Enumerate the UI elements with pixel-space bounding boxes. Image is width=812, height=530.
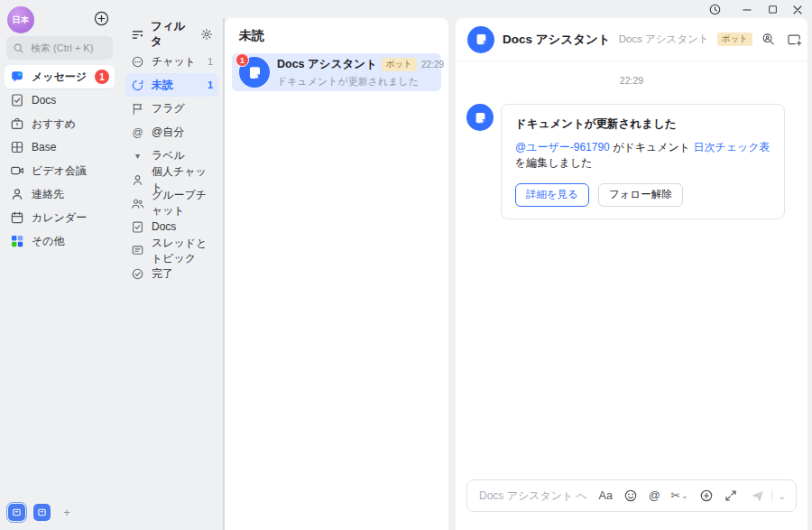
flag-icon (131, 102, 144, 116)
thread-topic-icon (131, 244, 144, 257)
chat-list-panel: 未読 1 Docs アシスタント ボット 22:29 ドキュメントが更新されまし… (225, 18, 448, 530)
text-format-icon[interactable]: Aa (599, 490, 613, 502)
history-icon[interactable] (702, 0, 727, 19)
docs-file-icon (131, 220, 144, 234)
filter-item-label: スレッドとトピック (152, 236, 213, 266)
workspace-add-button[interactable]: + (59, 505, 75, 521)
workspace-switcher: + (8, 504, 75, 521)
unread-count-badge: 1 (235, 53, 249, 67)
unfollow-button[interactable]: フォロー解除 (598, 183, 683, 207)
more-apps-icon (10, 234, 24, 248)
base-grid-icon (10, 140, 24, 154)
body-text: がドキュメント (610, 141, 694, 153)
filter-item-label: @自分 (152, 125, 184, 140)
chat-header-actions (761, 32, 812, 48)
chevron-down-icon: ▾ (131, 149, 144, 163)
filter-item-threads-topics[interactable]: スレッドとトピック (125, 239, 218, 263)
filter-icon (131, 28, 144, 42)
sidebar-item-label: メッセージ (32, 70, 87, 85)
message-sender-avatar[interactable] (466, 104, 494, 131)
filter-item-label: ラベル (152, 148, 185, 163)
at-mention-icon: @ (131, 126, 144, 139)
filter-settings-gear-icon[interactable] (200, 28, 213, 41)
calendar-icon (10, 210, 24, 225)
sidebar-item-label: ビデオ会議 (32, 163, 87, 179)
notification-card: ドキュメントが更新されました @ユーザー-961790 がドキュメント 日次チェ… (501, 104, 785, 219)
user-avatar[interactable]: 日本 (7, 6, 34, 33)
sidebar-item-label: 連絡先 (32, 187, 64, 202)
search-member-icon[interactable] (761, 32, 777, 48)
close-button[interactable] (785, 0, 810, 19)
check-circle-icon (131, 267, 144, 281)
filter-item-unread[interactable]: 未読 1 (125, 73, 218, 97)
add-plus-icon[interactable] (93, 10, 111, 28)
send-options-chevron-icon[interactable]: ⌄ (779, 491, 786, 501)
docs-icon (10, 93, 24, 107)
chat-title: Docs アシスタント (503, 32, 611, 48)
filter-item-mentions[interactable]: @ @自分 (125, 121, 218, 144)
document-link[interactable]: 日次チェック表 (693, 141, 770, 153)
mention-icon[interactable]: @ (649, 490, 660, 502)
briefcase-icon (10, 116, 24, 131)
sidebar-item-docs[interactable]: Docs (5, 88, 115, 112)
minimize-button[interactable] (734, 0, 760, 19)
sidebar-item-label: Docs (32, 94, 56, 107)
sidebar-item-label: その他 (32, 234, 65, 249)
bot-tag: ボット (382, 58, 417, 71)
search-icon (13, 42, 24, 54)
attach-plus-icon[interactable] (699, 488, 714, 503)
maximize-button[interactable] (760, 0, 785, 19)
workspace-badge-2[interactable] (33, 504, 51, 521)
sidebar-item-base[interactable]: Base (5, 135, 115, 159)
divider (771, 489, 772, 502)
sidebar-item-more[interactable]: その他 (5, 229, 115, 253)
chat-subtitle: Docs アシスタント (619, 33, 709, 46)
sidebar-item-label: おすすめ (32, 116, 76, 132)
window-controls (702, 0, 810, 19)
filter-item-done[interactable]: 完了 (125, 263, 218, 286)
sidebar-item-label: Base (32, 141, 56, 153)
filter-item-label: チャット (152, 54, 196, 70)
sidebar-item-contacts[interactable]: 連絡先 (5, 182, 115, 206)
send-group: ⌄ (750, 488, 786, 504)
sidebar-item-video-meeting[interactable]: ビデオ会議 (5, 159, 115, 182)
filter-item-flagged[interactable]: フラグ (125, 97, 218, 120)
filter-header: フィルタ (125, 24, 218, 44)
filter-item-chats[interactable]: チャット 1 (125, 50, 218, 73)
screen-share-add-icon[interactable] (787, 32, 803, 48)
global-search[interactable] (6, 36, 113, 60)
chat-header-avatar[interactable] (467, 26, 494, 53)
message-composer[interactable]: Aa @ ✂⌄ ⌄ (466, 479, 797, 512)
sidebar-item-calendar[interactable]: カレンダー (5, 206, 115, 229)
sidebar-item-messages[interactable]: メッセージ 1 (5, 65, 115, 88)
message-row: ドキュメントが更新されました @ユーザー-961790 がドキュメント 日次チェ… (466, 104, 785, 219)
message-time-divider: 22:29 (456, 75, 807, 86)
chat-bubble-icon (10, 70, 24, 84)
emoji-icon[interactable] (623, 488, 638, 503)
chat-circle-icon (131, 55, 144, 69)
chat-header: Docs アシスタント Docs アシスタント ボット (456, 18, 807, 61)
notification-title: ドキュメントが更新されました (515, 116, 770, 132)
chat-list-item-docs-assistant[interactable]: 1 Docs アシスタント ボット 22:29 ドキュメントが更新されました (232, 53, 441, 91)
plus-icon: + (63, 506, 70, 519)
filter-item-label: フラグ (152, 101, 185, 116)
sidebar-item-recommended[interactable]: おすすめ (5, 112, 115, 135)
send-icon[interactable] (750, 488, 765, 504)
filter-item-group-chats[interactable]: グループチャット (125, 191, 218, 215)
screenshot-scissors-icon[interactable]: ✂⌄ (671, 490, 688, 502)
filter-item-label: 未読 (152, 78, 173, 93)
person-icon (131, 173, 144, 187)
composer-input[interactable] (477, 488, 588, 503)
filter-item-label: 完了 (152, 266, 173, 282)
search-input[interactable] (29, 42, 106, 54)
view-details-button[interactable]: 詳細を見る (515, 183, 589, 207)
notification-body: @ユーザー-961790 がドキュメント 日次チェック表 を編集しました (515, 140, 770, 172)
expand-composer-icon[interactable] (724, 489, 737, 502)
sidebar-nav: メッセージ 1 Docs おすすめ Base ビデオ会議 (0, 65, 119, 253)
mention-link[interactable]: @ユーザー-961790 (515, 141, 610, 153)
group-people-icon (131, 197, 144, 210)
chat-item-time: 22:29 (421, 60, 444, 70)
chat-item-name: Docs アシスタント (277, 57, 377, 72)
workspace-badge-1[interactable] (8, 504, 25, 521)
contacts-person-icon (10, 187, 24, 201)
